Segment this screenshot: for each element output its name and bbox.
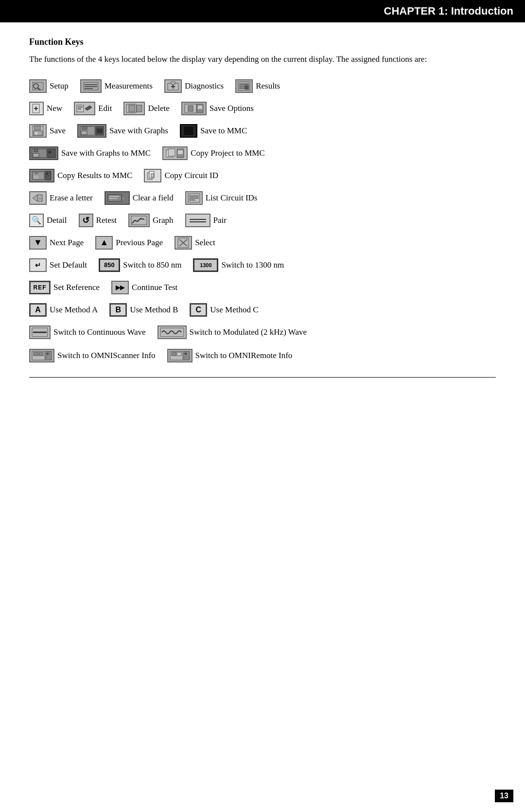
function-item-diagnostics: Diagnostics bbox=[164, 79, 224, 93]
svg-rect-42 bbox=[34, 149, 38, 152]
svg-rect-30 bbox=[198, 106, 202, 109]
method-c-label: Use Method C bbox=[210, 305, 258, 315]
set-default-label: Set Default bbox=[50, 260, 87, 270]
function-row-12: Switch to Continuous Wave Switch to Modu… bbox=[29, 325, 496, 339]
function-item-prev-page: ▲ Previous Page bbox=[95, 236, 163, 250]
cont-wave-label: Switch to Continuous Wave bbox=[53, 327, 146, 337]
svg-rect-45 bbox=[49, 151, 51, 153]
function-item-set-reference: REF Set Reference bbox=[29, 281, 100, 294]
set-default-icon: ↵ bbox=[29, 258, 47, 272]
continue-test-icon: ▶▶ bbox=[111, 281, 129, 294]
page-divider bbox=[29, 377, 496, 378]
svg-rect-54 bbox=[46, 173, 48, 175]
function-row-3: Save Save with Graphs Save to MMC bbox=[29, 124, 496, 138]
header-bar: CHAPTER 1: Introduction bbox=[0, 0, 525, 22]
function-item-save-graphs-mmc: Save with Graphs to MMC bbox=[29, 146, 151, 160]
svg-rect-87 bbox=[185, 353, 187, 355]
svg-rect-37 bbox=[81, 131, 87, 135]
method-c-icon: C bbox=[190, 303, 207, 317]
pair-icon bbox=[185, 214, 210, 227]
method-a-icon: A bbox=[29, 303, 47, 317]
function-item-setup: Setup bbox=[29, 79, 69, 93]
chapter-title: CHAPTER 1: Introduction bbox=[384, 5, 513, 17]
function-item-method-b: B Use Method B bbox=[109, 303, 178, 317]
function-item-copy-results: Copy Results to MMC bbox=[29, 169, 132, 182]
measurements-icon bbox=[80, 79, 102, 93]
function-item-copy-project: Copy Project to MMC bbox=[162, 146, 265, 160]
switch-1300-label: Switch to 1300 nm bbox=[221, 260, 284, 270]
copy-results-icon bbox=[29, 169, 54, 182]
results-icon bbox=[235, 79, 253, 93]
svg-rect-52 bbox=[34, 176, 38, 179]
results-label: Results bbox=[256, 81, 280, 91]
copy-project-label: Copy Project to MMC bbox=[191, 148, 265, 158]
detail-icon: 🔍 bbox=[29, 214, 44, 227]
svg-rect-53 bbox=[45, 171, 51, 180]
function-item-save: Save bbox=[29, 124, 66, 138]
save-label: Save bbox=[50, 126, 66, 136]
function-item-next-page: ▼ Next Page bbox=[29, 236, 84, 250]
function-item-delete: Delete bbox=[123, 102, 169, 115]
intro-text: The functions of the 4 keys located belo… bbox=[29, 53, 496, 66]
set-reference-icon: REF bbox=[29, 281, 51, 294]
svg-rect-40 bbox=[183, 126, 194, 136]
continue-test-label: Continue Test bbox=[132, 283, 177, 292]
svg-rect-85 bbox=[177, 352, 181, 356]
clear-icon: ← bbox=[105, 191, 130, 205]
save-graphs-icon bbox=[77, 124, 106, 138]
measurements-label: Measurements bbox=[105, 81, 153, 91]
svg-rect-51 bbox=[35, 172, 38, 174]
setup-label: Setup bbox=[50, 81, 69, 91]
svg-rect-61 bbox=[108, 195, 122, 201]
set-reference-label: Set Reference bbox=[53, 283, 100, 292]
function-item-omni-scanner: Switch to OMNIScanner Info bbox=[29, 349, 156, 362]
retest-label: Retest bbox=[96, 216, 117, 225]
function-item-method-a: A Use Method A bbox=[29, 303, 98, 317]
mod-wave-icon bbox=[158, 325, 187, 339]
function-item-omni-remote: Switch to OMNIRemote Info bbox=[167, 349, 293, 362]
save-graphs-mmc-label: Save with Graphs to MMC bbox=[61, 148, 151, 158]
function-row-9: ↵ Set Default 850 Switch to 850 nm 1300 … bbox=[29, 258, 496, 272]
save-options-label: Save Options bbox=[210, 104, 254, 113]
save-graphs-label: Save with Graphs bbox=[109, 126, 168, 136]
svg-rect-0 bbox=[33, 82, 43, 90]
svg-rect-8 bbox=[171, 82, 175, 84]
save-mmc-label: Save to MMC bbox=[200, 126, 247, 136]
function-item-retest: ↺ Retest bbox=[79, 214, 117, 227]
function-row-13: Switch to OMNIScanner Info Switch to OMN… bbox=[29, 349, 496, 362]
method-a-label: Use Method A bbox=[50, 305, 98, 315]
method-b-icon: B bbox=[109, 303, 127, 317]
function-row-10: REF Set Reference ▶▶ Continue Test bbox=[29, 281, 496, 294]
svg-rect-79 bbox=[34, 352, 38, 356]
function-item-cont-wave: Switch to Continuous Wave bbox=[29, 325, 146, 339]
edit-label: Edit bbox=[98, 104, 112, 113]
svg-rect-57 bbox=[151, 174, 154, 177]
function-item-edit: Edit bbox=[74, 102, 112, 115]
select-label: Select bbox=[195, 238, 215, 248]
erase-label: Erase a letter bbox=[50, 193, 93, 203]
function-item-save-mmc: Save to MMC bbox=[180, 124, 247, 138]
function-item-erase: ← Erase a letter bbox=[29, 191, 93, 205]
new-label: New bbox=[47, 104, 62, 113]
setup-icon bbox=[29, 79, 47, 93]
list-circuit-label: List Circuit IDs bbox=[206, 193, 258, 203]
next-page-icon: ▼ bbox=[29, 236, 47, 250]
svg-rect-32 bbox=[35, 126, 40, 130]
switch-850-label: Switch to 850 nm bbox=[123, 260, 181, 270]
function-row-6: ← Erase a letter ← Clear a field List Ci… bbox=[29, 191, 496, 205]
prev-page-icon: ▲ bbox=[95, 236, 113, 250]
copy-results-label: Copy Results to MMC bbox=[57, 171, 132, 180]
function-item-switch-1300: 1300 Switch to 1300 nm bbox=[193, 258, 284, 272]
save-options-icon bbox=[181, 102, 207, 115]
svg-rect-28 bbox=[188, 106, 193, 111]
function-item-set-default: ↵ Set Default bbox=[29, 258, 87, 272]
new-icon bbox=[29, 102, 44, 115]
function-row-11: A Use Method A B Use Method B C Use Meth… bbox=[29, 303, 496, 317]
svg-rect-43 bbox=[33, 153, 39, 157]
function-item-list-circuit: List Circuit IDs bbox=[185, 191, 258, 205]
function-row-7: 🔍 Detail ↺ Retest Graph Pair bbox=[29, 214, 496, 227]
function-row-8: ▼ Next Page ▲ Previous Page Select bbox=[29, 236, 496, 250]
detail-label: Detail bbox=[47, 216, 67, 225]
svg-rect-34 bbox=[35, 132, 37, 135]
function-item-detail: 🔍 Detail bbox=[29, 214, 67, 227]
